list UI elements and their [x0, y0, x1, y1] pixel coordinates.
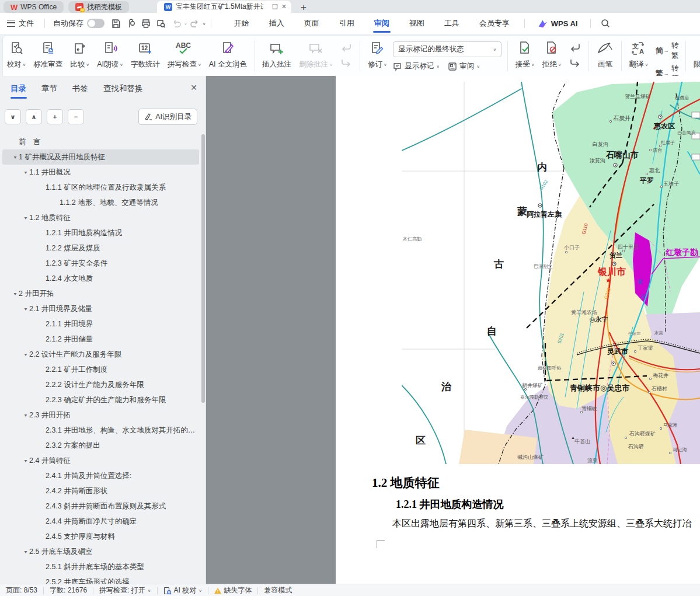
menu-tab[interactable]: 审阅	[364, 13, 399, 34]
toc-item[interactable]: 1.2.1 井田地质构造情况	[2, 225, 199, 241]
print-preview-button[interactable]	[154, 16, 169, 30]
sidebar-tab[interactable]: 查找和替换	[103, 81, 143, 96]
show-markup-button[interactable]: 显示标记∨	[393, 61, 440, 71]
toc-item[interactable]: 2.5.1 斜井井底车场的基本类型	[2, 559, 199, 574]
ai-recognize-toc-button[interactable]: AI识别目录	[138, 109, 197, 125]
word-count-button[interactable]: 12 字数统计	[127, 41, 163, 69]
toc-item[interactable]: 2.4.3 斜井井筒断面布置原则及其形式	[2, 499, 199, 514]
spellcheck-status[interactable]: 拼写检查: 打开∨	[93, 585, 157, 595]
toc-item[interactable]: ▼2.5 井底车场及硐室	[2, 544, 199, 559]
toc-zoom-out-button[interactable]: −	[68, 109, 84, 124]
previous-comment-button[interactable]	[340, 41, 353, 53]
tab-active-document[interactable]: W 宝丰集团红五矿1.5Mta新井进 ❑ ✕	[157, 1, 291, 13]
accept-revision-button[interactable]: 接受∨	[511, 41, 538, 69]
toc-item[interactable]: 2.1.1 井田境界	[2, 316, 199, 332]
next-revision-button[interactable]	[569, 57, 581, 68]
file-menu[interactable]: 文件	[0, 18, 40, 29]
ai-proof-status[interactable]: AI 校对∨	[158, 585, 208, 595]
doc-heading-1[interactable]: 1.2 地质特征	[372, 475, 440, 491]
toc-collapse-arrow[interactable]: ▼	[12, 291, 19, 296]
compatibility-mode-badge[interactable]: 兼容模式	[258, 585, 298, 595]
toc-item[interactable]: ▼1.1 井田概况	[2, 165, 199, 180]
document-canvas[interactable]: ★▲ 内蒙古自治区石嘴山市惠农区平罗阿拉善左旗贺兰银川市红墩子勘灵武市青铜峡市◎…	[206, 76, 700, 584]
delete-comment-button[interactable]: 删除批注∨	[295, 41, 337, 69]
toc-collapse-arrow[interactable]: ▼	[22, 306, 29, 311]
document-page[interactable]: ★▲ 内蒙古自治区石嘴山市惠农区平罗阿拉善左旗贺兰银川市红墩子勘灵武市青铜峡市◎…	[336, 76, 700, 584]
map-image[interactable]: ★▲ 内蒙古自治区石嘴山市惠农区平罗阿拉善左旗贺兰银川市红墩子勘灵武市青铜峡市◎…	[402, 82, 700, 464]
review-pane-button[interactable]: 审阅∨	[448, 61, 480, 71]
proofread-button[interactable]: 校对∨	[3, 41, 30, 69]
next-comment-button[interactable]	[340, 57, 353, 68]
toc-collapse-arrow[interactable]: ▼	[22, 170, 29, 175]
export-pdf-button[interactable]	[123, 16, 138, 30]
markup-state-dropdown[interactable]: 显示标记的最终状态 ∨	[393, 41, 502, 57]
menu-tab[interactable]: 开始	[224, 13, 259, 34]
track-changes-button[interactable]: 修订∨	[364, 41, 391, 69]
restrict-editing-button[interactable]: 限制编辑	[689, 41, 700, 69]
compare-button[interactable]: 比较∨	[67, 41, 93, 69]
missing-font-warning[interactable]: 缺失字体	[208, 585, 257, 595]
toc-collapse-arrow[interactable]: ▼	[22, 458, 29, 463]
toc-item[interactable]: ▼1 矿井概况及井田地质特征	[2, 149, 199, 165]
toc-collapse-arrow[interactable]: ▼	[22, 413, 29, 417]
menu-tab[interactable]: 视图	[399, 13, 434, 34]
toc-item[interactable]: 2.2.1 矿井工作制度	[2, 362, 199, 377]
toc-item[interactable]: ▼2 井田开拓	[2, 286, 199, 301]
print-button[interactable]	[138, 16, 154, 30]
redo-button[interactable]	[187, 16, 203, 30]
toc-item[interactable]: 2.3.1 井田地形、构造、水文地质对其开拓的影 ...	[2, 423, 199, 438]
toc-item[interactable]: 2.4.2 井筒断面形状	[2, 483, 199, 499]
page-indicator[interactable]: 页面: 8/53	[0, 585, 43, 595]
toc-item[interactable]: 2.2.3 确定矿井的生产能力和服务年限	[2, 392, 199, 407]
sidebar-scrollbar[interactable]	[201, 134, 205, 403]
toc-item[interactable]: 1.2.3 矿井安全条件	[2, 256, 199, 271]
sidebar-tab[interactable]: 目录	[11, 81, 26, 96]
toc-item[interactable]: 2.1.2 井田储量	[2, 332, 199, 347]
insert-comment-button[interactable]: 插入批注	[259, 41, 295, 69]
toc-item[interactable]: ▼2.3 井田开拓	[2, 407, 199, 423]
sidebar-tab[interactable]: 书签	[72, 81, 88, 96]
undo-dropdown-caret[interactable]: ∨	[184, 21, 187, 25]
save-button[interactable]	[108, 16, 123, 30]
toc-expand-all-button[interactable]: ∧	[26, 109, 42, 124]
toc-zoom-in-button[interactable]: +	[47, 109, 63, 124]
toc-collapse-arrow[interactable]: ▼	[22, 549, 29, 554]
toc-item[interactable]: ▼1.2 地质特征	[2, 210, 199, 225]
word-count-indicator[interactable]: 字数: 21676	[44, 585, 93, 595]
toc-item[interactable]: 2.3.2 方案的提出	[2, 438, 199, 453]
toc-collapse-arrow[interactable]: ▼	[22, 215, 29, 220]
menu-tab[interactable]: 插入	[259, 13, 294, 34]
doc-paragraph[interactable]: 本区出露地层有第四系、新第三系、三叠系上统安源组、三叠系大统打冶	[392, 518, 700, 530]
toc-item[interactable]: 2.4.1 井筒及井筒位置选择:	[2, 468, 199, 483]
undo-button[interactable]	[169, 16, 184, 30]
toc-collapse-all-button[interactable]: ∨	[5, 109, 21, 124]
doc-heading-2[interactable]: 1.2.1 井田地质构造情况	[396, 497, 504, 511]
menu-tab[interactable]: 工具	[434, 13, 469, 34]
toc-item[interactable]: ▼2.1 井田境界及储量	[2, 301, 199, 316]
sidebar-close-icon[interactable]: ✕	[190, 83, 197, 92]
reject-revision-button[interactable]: 拒绝∨	[538, 41, 565, 69]
quickbar-more-caret[interactable]: ∨	[203, 21, 206, 25]
toc-item[interactable]: 1.2.2 煤层及煤质	[2, 241, 199, 256]
tab-docer[interactable]: AI 找稻壳模板	[68, 1, 129, 13]
reader-mode-icon[interactable]: ❑	[272, 4, 278, 10]
toc-item[interactable]: ▼2.2 设计生产能力及服务年限	[2, 347, 199, 362]
simplified-to-traditional-button[interactable]: 简→ 转繁	[656, 41, 679, 61]
toc-item[interactable]: 1.1.2 地形、地貌、交通等情况	[2, 195, 199, 210]
menu-tab[interactable]: 会员专享	[469, 13, 520, 34]
close-tab-icon[interactable]: ✕	[281, 4, 287, 10]
spell-check-button[interactable]: ABC 拼写检查∨	[163, 41, 205, 69]
toc-item[interactable]: 2.4.5 支护厚度与材料	[2, 529, 199, 544]
toc-item[interactable]: 2.4.4 井筒断面净尺寸的确定	[2, 514, 199, 529]
tab-wps-office[interactable]: W WPS Office	[4, 1, 64, 13]
menu-tab[interactable]: 引用	[329, 13, 364, 34]
toc-item[interactable]: 2.5.2 井底车场形式的选择	[2, 574, 199, 584]
toc-collapse-arrow[interactable]: ▼	[22, 352, 29, 357]
translate-button[interactable]: 文A 翻译∨	[625, 41, 652, 69]
new-tab-button[interactable]: +	[298, 2, 309, 13]
toc-item[interactable]: 1.2.4 水文地质	[2, 271, 199, 286]
search-icon[interactable]	[598, 16, 613, 30]
ai-polish-button[interactable]: AI 全文润色	[205, 41, 250, 69]
ai-read-button[interactable]: AI朗读∨	[93, 41, 127, 69]
previous-revision-button[interactable]	[569, 41, 581, 53]
